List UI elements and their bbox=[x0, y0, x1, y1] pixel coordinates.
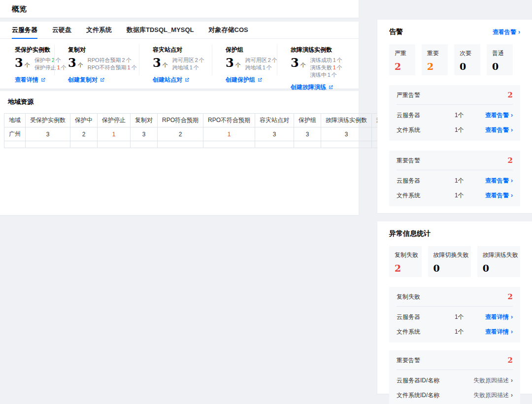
table-header-cell: RPO不符合预期 bbox=[203, 114, 255, 127]
external-link-icon bbox=[40, 77, 46, 83]
alert-severity-card-major: 重要 2 bbox=[422, 44, 448, 75]
view-alerts-link[interactable]: 查看告警 bbox=[485, 177, 513, 185]
table-header-cell: 容灾站点对 bbox=[255, 114, 294, 127]
stat-value: 3 bbox=[15, 57, 23, 69]
replication-failed-card: 复制失败 2 bbox=[389, 246, 422, 277]
stat-unit: 个 bbox=[235, 62, 241, 69]
external-link-icon bbox=[257, 77, 263, 83]
stat-value: 3 bbox=[68, 57, 76, 69]
divider bbox=[397, 170, 513, 170]
stat-subline: 跨地域1个 bbox=[172, 64, 199, 70]
section-title: 复制失败 bbox=[397, 293, 420, 301]
view-details-link[interactable]: 查看详情 bbox=[485, 328, 513, 336]
fail-reason-link[interactable]: 失败原因描述 bbox=[473, 376, 513, 385]
alerts-panel-title: 告警 bbox=[389, 28, 403, 36]
region-resources-title: 地域资源 bbox=[8, 97, 359, 106]
abnormal-row: 文件系统ID/名称 失败原因描述 bbox=[397, 391, 513, 400]
table-header-cell: 复制对 bbox=[131, 114, 158, 127]
external-link-icon bbox=[184, 77, 190, 83]
stat-subline: 跨可用区2个 bbox=[245, 57, 277, 63]
table-cell: 1 bbox=[203, 127, 255, 141]
table-cell: 2 bbox=[158, 127, 203, 141]
table-cell: 广州 bbox=[4, 127, 26, 141]
table-header-cell: 保护中 bbox=[70, 114, 98, 127]
section-title: 重要告警 bbox=[397, 156, 420, 165]
external-link-icon bbox=[100, 77, 105, 83]
stat-subline: 演练成功1个 bbox=[310, 57, 342, 63]
create-site-pair-link[interactable]: 创建站点对 bbox=[153, 76, 212, 84]
stat-title: 容灾站点对 bbox=[153, 46, 212, 54]
view-details-link[interactable]: 查看详情 bbox=[15, 76, 54, 84]
stat-unit: 个 bbox=[163, 62, 168, 69]
divider bbox=[397, 306, 513, 307]
view-alerts-link[interactable]: 查看告警 bbox=[485, 111, 513, 120]
tab-file-system[interactable]: 文件系统 bbox=[86, 22, 112, 38]
stat-subline: 跨可用区2个 bbox=[172, 57, 204, 63]
create-drill-link[interactable]: 创建故障演练 bbox=[291, 83, 359, 92]
create-protection-group-link[interactable]: 创建保护组 bbox=[226, 76, 277, 84]
stat-subline: 演练失败1个 bbox=[310, 64, 342, 70]
table-cell: 3 bbox=[294, 127, 321, 141]
table-cell: 3 bbox=[321, 127, 372, 141]
section-count: 2 bbox=[508, 91, 513, 99]
section-count: 2 bbox=[508, 156, 513, 165]
tab-cloud-disk[interactable]: 云硬盘 bbox=[52, 22, 71, 38]
stat-drill-instances: 故障演练实例数 3 个 演练成功1个 演练失败1个 演练中1个 创建故障演练 bbox=[277, 43, 359, 88]
table-cell: 3 bbox=[131, 127, 158, 141]
drill-failed-card: 故障演练失败 0 bbox=[477, 246, 520, 277]
table-cell: 3 bbox=[26, 127, 70, 141]
stat-title: 受保护实例数 bbox=[15, 46, 54, 54]
table-header-cell: 保护组 bbox=[294, 114, 321, 127]
table-cell: 3 bbox=[255, 127, 294, 141]
alert-row: 文件系统 1个 查看告警 bbox=[397, 126, 513, 134]
abnormal-stats-panel: 异常信息统计 复制失败 2 故障切换失败 0 故障演练失败 0 复制失败 2 云… bbox=[377, 221, 532, 394]
alert-row: 云服务器 1个 查看告警 bbox=[397, 111, 513, 120]
abnormal-row: 云服务器 1个 查看详情 bbox=[397, 313, 513, 321]
abnormal-summary: 复制失败 2 故障切换失败 0 故障演练失败 0 bbox=[389, 246, 520, 277]
create-replication-pair-link[interactable]: 创建复制对 bbox=[68, 76, 139, 84]
tab-cos[interactable]: 对象存储COS bbox=[209, 22, 248, 38]
alert-severity-card-critical: 严重 2 bbox=[389, 44, 415, 75]
stat-unit: 个 bbox=[78, 62, 83, 69]
stat-title: 故障演练实例数 bbox=[291, 46, 359, 54]
table-header-cell: RPO符合预期 bbox=[158, 114, 203, 127]
view-alerts-link[interactable]: 查看告警 bbox=[493, 28, 520, 36]
view-details-link[interactable]: 查看详情 bbox=[485, 313, 513, 321]
stat-title: 复制对 bbox=[68, 46, 139, 54]
view-alerts-link[interactable]: 查看告警 bbox=[485, 191, 513, 200]
stat-unit: 个 bbox=[300, 62, 306, 69]
fail-reason-link[interactable]: 失败原因描述 bbox=[473, 391, 513, 400]
stat-unit: 个 bbox=[25, 62, 30, 69]
alert-row: 云服务器 1个 查看告警 bbox=[397, 177, 513, 185]
table-header-cell: 受保护实例数 bbox=[26, 114, 70, 127]
major-alerts-detail-section: 重要告警 2 云服务器ID/名称 失败原因描述 文件系统ID/名称 失败原因描述 bbox=[389, 350, 520, 404]
table-header-cell: 地域 bbox=[4, 114, 26, 127]
failover-failed-card: 故障切换失败 0 bbox=[428, 246, 471, 277]
stat-subline: RPO不符合预期1个 bbox=[88, 64, 137, 70]
stat-value: 3 bbox=[291, 57, 299, 69]
stat-subline: 跨地域1个 bbox=[245, 64, 272, 70]
tab-tdsql-mysql[interactable]: 数据库TDSQL_MYSQL bbox=[127, 22, 194, 38]
product-tabs: 云服务器 云硬盘 文件系统 数据库TDSQL_MYSQL 对象存储COS bbox=[0, 22, 359, 39]
major-alerts-section: 重要告警 2 云服务器 1个 查看告警 文件系统 1个 查看告警 bbox=[389, 151, 520, 206]
stat-value: 3 bbox=[153, 57, 161, 69]
section-count: 2 bbox=[508, 356, 513, 365]
divider bbox=[397, 370, 513, 370]
stat-subline: RPO符合预期2个 bbox=[88, 57, 132, 63]
stat-protection-groups: 保护组 3 个 跨可用区2个 跨地域1个 创建保护组 bbox=[212, 43, 277, 88]
alerts-panel: 告警 查看告警 严重 2 重要 2 次要 0 普通 0 严重告警 2 云服务器 … bbox=[377, 20, 532, 213]
critical-alerts-section: 严重告警 2 云服务器 1个 查看告警 文件系统 1个 查看告警 bbox=[389, 85, 520, 141]
abnormal-row: 云服务器ID/名称 失败原因描述 bbox=[397, 376, 513, 385]
section-title: 重要告警 bbox=[397, 356, 420, 365]
stat-dr-site-pairs: 容灾站点对 3 个 跨可用区2个 跨地域1个 创建站点对 bbox=[139, 43, 212, 88]
stats-row: 受保护实例数 3 个 保护中2个 保护停止1个 查看详情 复制对 3 个 RPO… bbox=[0, 39, 359, 88]
page-header: 概览 bbox=[0, 0, 359, 18]
alert-severity-card-minor: 次要 0 bbox=[454, 44, 480, 75]
divider bbox=[397, 104, 513, 105]
view-alerts-link[interactable]: 查看告警 bbox=[485, 126, 513, 134]
replication-failed-section: 复制失败 2 云服务器 1个 查看详情 文件系统 1个 查看详情 bbox=[389, 287, 520, 342]
stat-protected-instances: 受保护实例数 3 个 保护中2个 保护停止1个 查看详情 bbox=[0, 43, 54, 88]
region-resources-card: 地域资源 地域 受保护实例数 保护中 保护停止 复制对 RPO符合预期 RPO不… bbox=[0, 91, 359, 215]
tab-cloud-server[interactable]: 云服务器 bbox=[12, 22, 37, 38]
table-cell: 1 bbox=[98, 127, 131, 141]
